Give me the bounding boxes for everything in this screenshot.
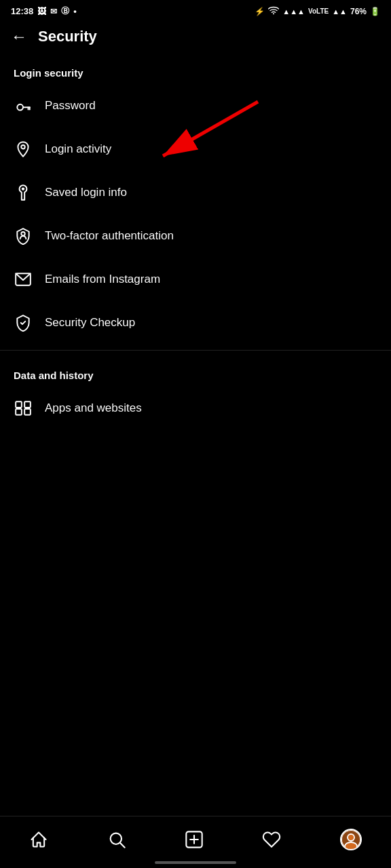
apps-websites-item[interactable]: Apps and websites xyxy=(0,387,391,430)
page-title: Security xyxy=(38,28,97,45)
security-checkup-label: Security Checkup xyxy=(45,316,135,330)
svg-rect-12 xyxy=(24,401,31,408)
time: 12:38 xyxy=(11,6,33,16)
emails-label: Emails from Instagram xyxy=(45,273,160,286)
two-factor-label: Two-factor authentication xyxy=(45,229,174,243)
status-bar: 12:38 🖼 ✉ Ⓑ • ⚡ ▲▲▲ VoLTE ▲▲ 76% 🔋 xyxy=(0,0,391,20)
svg-rect-11 xyxy=(16,401,22,408)
login-security-label: Login security xyxy=(0,54,391,84)
bottom-nav xyxy=(0,816,391,868)
svg-rect-13 xyxy=(16,409,22,415)
saved-login-item[interactable]: Saved login info xyxy=(0,171,391,214)
plus-square-icon xyxy=(185,830,204,849)
two-factor-item[interactable]: Two-factor authentication xyxy=(0,214,391,258)
svg-point-7 xyxy=(21,145,24,149)
activity-nav-button[interactable] xyxy=(258,826,285,853)
bluetooth-icon: ⚡ xyxy=(255,7,265,16)
password-item[interactable]: Password xyxy=(0,84,391,127)
keyhole-icon xyxy=(14,183,33,202)
battery-icon: 🔋 xyxy=(370,7,380,16)
svg-point-22 xyxy=(345,842,357,849)
add-nav-button[interactable] xyxy=(181,826,208,853)
mail-icon xyxy=(14,270,33,289)
profile-nav-button[interactable] xyxy=(336,825,366,854)
svg-line-16 xyxy=(120,843,124,847)
svg-point-0 xyxy=(273,13,274,14)
signal2-icon: ▲▲ xyxy=(332,7,347,16)
svg-point-8 xyxy=(22,187,24,190)
status-right: ⚡ ▲▲▲ VoLTE ▲▲ 76% 🔋 xyxy=(255,5,380,17)
apps-websites-label: Apps and websites xyxy=(45,401,142,415)
heart-icon xyxy=(262,830,281,849)
emails-item[interactable]: Emails from Instagram xyxy=(0,258,391,301)
shield-person-icon xyxy=(14,226,33,245)
location-icon xyxy=(14,140,33,159)
svg-point-9 xyxy=(21,232,24,235)
search-nav-button[interactable] xyxy=(103,826,130,853)
main-content: Login security Password Login activity xyxy=(0,54,391,498)
svg-rect-14 xyxy=(24,409,31,415)
home-indicator xyxy=(155,861,236,864)
home-nav-button[interactable] xyxy=(25,826,52,853)
lte-label: VoLTE xyxy=(308,7,329,15)
apps-icon xyxy=(14,399,33,418)
photo-icon: 🖼 xyxy=(37,6,46,16)
data-history-label: Data and history xyxy=(0,356,391,387)
key-icon xyxy=(14,96,33,115)
section-divider xyxy=(0,350,391,351)
signal-icon: ▲▲▲ xyxy=(282,7,305,16)
login-activity-item[interactable]: Login activity xyxy=(0,127,391,171)
svg-point-3 xyxy=(17,104,23,111)
wifi-icon xyxy=(268,5,279,17)
shield-check-icon xyxy=(14,313,33,332)
header: ← Security xyxy=(0,20,391,54)
search-icon xyxy=(107,830,126,849)
home-icon xyxy=(29,830,48,849)
mail-status-icon: ✉ xyxy=(50,7,57,16)
svg-point-21 xyxy=(348,834,354,841)
battery: 76% xyxy=(350,7,367,16)
status-left: 12:38 🖼 ✉ Ⓑ • xyxy=(11,5,77,17)
b-icon: Ⓑ xyxy=(61,5,69,17)
saved-login-label: Saved login info xyxy=(45,186,127,199)
back-button[interactable]: ← xyxy=(11,28,27,45)
dot-icon: • xyxy=(73,6,77,16)
avatar xyxy=(340,829,362,850)
login-activity-label: Login activity xyxy=(45,142,111,156)
security-checkup-item[interactable]: Security Checkup xyxy=(0,301,391,344)
password-label: Password xyxy=(45,99,96,113)
